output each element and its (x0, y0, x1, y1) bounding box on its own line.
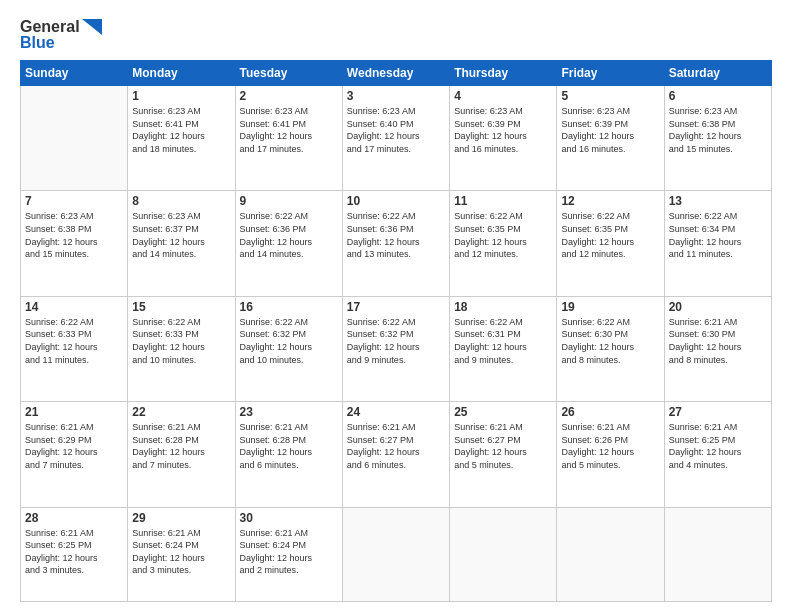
day-info: Sunrise: 6:21 AM Sunset: 6:30 PM Dayligh… (669, 316, 767, 366)
logo-arrow-icon (82, 19, 102, 35)
day-info: Sunrise: 6:22 AM Sunset: 6:30 PM Dayligh… (561, 316, 659, 366)
day-number: 17 (347, 300, 445, 314)
day-number: 10 (347, 194, 445, 208)
day-number: 12 (561, 194, 659, 208)
logo: General Blue (20, 18, 102, 52)
day-header-saturday: Saturday (664, 61, 771, 86)
day-number: 6 (669, 89, 767, 103)
calendar-cell (342, 507, 449, 601)
calendar-cell: 28Sunrise: 6:21 AM Sunset: 6:25 PM Dayli… (21, 507, 128, 601)
day-info: Sunrise: 6:21 AM Sunset: 6:29 PM Dayligh… (25, 421, 123, 471)
calendar-cell: 9Sunrise: 6:22 AM Sunset: 6:36 PM Daylig… (235, 191, 342, 296)
day-info: Sunrise: 6:21 AM Sunset: 6:28 PM Dayligh… (240, 421, 338, 471)
day-info: Sunrise: 6:22 AM Sunset: 6:31 PM Dayligh… (454, 316, 552, 366)
calendar-cell: 3Sunrise: 6:23 AM Sunset: 6:40 PM Daylig… (342, 86, 449, 191)
day-number: 11 (454, 194, 552, 208)
calendar-cell: 16Sunrise: 6:22 AM Sunset: 6:32 PM Dayli… (235, 296, 342, 401)
calendar-cell (664, 507, 771, 601)
calendar-cell: 27Sunrise: 6:21 AM Sunset: 6:25 PM Dayli… (664, 402, 771, 507)
calendar-cell: 24Sunrise: 6:21 AM Sunset: 6:27 PM Dayli… (342, 402, 449, 507)
day-info: Sunrise: 6:23 AM Sunset: 6:41 PM Dayligh… (132, 105, 230, 155)
calendar-cell: 4Sunrise: 6:23 AM Sunset: 6:39 PM Daylig… (450, 86, 557, 191)
day-info: Sunrise: 6:23 AM Sunset: 6:40 PM Dayligh… (347, 105, 445, 155)
day-number: 8 (132, 194, 230, 208)
calendar-cell (450, 507, 557, 601)
calendar-cell: 17Sunrise: 6:22 AM Sunset: 6:32 PM Dayli… (342, 296, 449, 401)
calendar-cell: 8Sunrise: 6:23 AM Sunset: 6:37 PM Daylig… (128, 191, 235, 296)
calendar-cell: 7Sunrise: 6:23 AM Sunset: 6:38 PM Daylig… (21, 191, 128, 296)
day-info: Sunrise: 6:22 AM Sunset: 6:36 PM Dayligh… (347, 210, 445, 260)
day-info: Sunrise: 6:22 AM Sunset: 6:33 PM Dayligh… (132, 316, 230, 366)
calendar-cell (21, 86, 128, 191)
day-number: 3 (347, 89, 445, 103)
day-number: 15 (132, 300, 230, 314)
calendar-cell: 20Sunrise: 6:21 AM Sunset: 6:30 PM Dayli… (664, 296, 771, 401)
day-info: Sunrise: 6:23 AM Sunset: 6:41 PM Dayligh… (240, 105, 338, 155)
day-number: 7 (25, 194, 123, 208)
day-info: Sunrise: 6:21 AM Sunset: 6:27 PM Dayligh… (347, 421, 445, 471)
day-info: Sunrise: 6:23 AM Sunset: 6:39 PM Dayligh… (454, 105, 552, 155)
calendar-table: SundayMondayTuesdayWednesdayThursdayFrid… (20, 60, 772, 602)
calendar-cell: 1Sunrise: 6:23 AM Sunset: 6:41 PM Daylig… (128, 86, 235, 191)
calendar-cell: 11Sunrise: 6:22 AM Sunset: 6:35 PM Dayli… (450, 191, 557, 296)
day-header-wednesday: Wednesday (342, 61, 449, 86)
day-info: Sunrise: 6:23 AM Sunset: 6:38 PM Dayligh… (25, 210, 123, 260)
day-header-friday: Friday (557, 61, 664, 86)
calendar-cell: 18Sunrise: 6:22 AM Sunset: 6:31 PM Dayli… (450, 296, 557, 401)
day-info: Sunrise: 6:21 AM Sunset: 6:28 PM Dayligh… (132, 421, 230, 471)
day-header-monday: Monday (128, 61, 235, 86)
day-info: Sunrise: 6:23 AM Sunset: 6:37 PM Dayligh… (132, 210, 230, 260)
day-info: Sunrise: 6:21 AM Sunset: 6:25 PM Dayligh… (25, 527, 123, 577)
day-number: 14 (25, 300, 123, 314)
day-number: 5 (561, 89, 659, 103)
svg-marker-0 (82, 19, 102, 35)
day-number: 26 (561, 405, 659, 419)
day-number: 4 (454, 89, 552, 103)
day-info: Sunrise: 6:22 AM Sunset: 6:34 PM Dayligh… (669, 210, 767, 260)
day-header-tuesday: Tuesday (235, 61, 342, 86)
logo-blue: Blue (20, 34, 55, 52)
calendar-cell: 25Sunrise: 6:21 AM Sunset: 6:27 PM Dayli… (450, 402, 557, 507)
calendar-cell (557, 507, 664, 601)
calendar-cell: 15Sunrise: 6:22 AM Sunset: 6:33 PM Dayli… (128, 296, 235, 401)
day-info: Sunrise: 6:21 AM Sunset: 6:24 PM Dayligh… (240, 527, 338, 577)
day-number: 20 (669, 300, 767, 314)
day-number: 1 (132, 89, 230, 103)
day-info: Sunrise: 6:23 AM Sunset: 6:38 PM Dayligh… (669, 105, 767, 155)
calendar-cell: 19Sunrise: 6:22 AM Sunset: 6:30 PM Dayli… (557, 296, 664, 401)
calendar-cell: 21Sunrise: 6:21 AM Sunset: 6:29 PM Dayli… (21, 402, 128, 507)
calendar-cell: 2Sunrise: 6:23 AM Sunset: 6:41 PM Daylig… (235, 86, 342, 191)
calendar-cell: 13Sunrise: 6:22 AM Sunset: 6:34 PM Dayli… (664, 191, 771, 296)
day-info: Sunrise: 6:21 AM Sunset: 6:27 PM Dayligh… (454, 421, 552, 471)
day-info: Sunrise: 6:22 AM Sunset: 6:35 PM Dayligh… (454, 210, 552, 260)
calendar-cell: 6Sunrise: 6:23 AM Sunset: 6:38 PM Daylig… (664, 86, 771, 191)
day-number: 18 (454, 300, 552, 314)
day-number: 23 (240, 405, 338, 419)
calendar-cell: 14Sunrise: 6:22 AM Sunset: 6:33 PM Dayli… (21, 296, 128, 401)
day-header-thursday: Thursday (450, 61, 557, 86)
day-info: Sunrise: 6:22 AM Sunset: 6:36 PM Dayligh… (240, 210, 338, 260)
day-number: 24 (347, 405, 445, 419)
day-info: Sunrise: 6:23 AM Sunset: 6:39 PM Dayligh… (561, 105, 659, 155)
day-header-sunday: Sunday (21, 61, 128, 86)
calendar-cell: 23Sunrise: 6:21 AM Sunset: 6:28 PM Dayli… (235, 402, 342, 507)
day-info: Sunrise: 6:22 AM Sunset: 6:32 PM Dayligh… (347, 316, 445, 366)
day-number: 9 (240, 194, 338, 208)
calendar-cell: 12Sunrise: 6:22 AM Sunset: 6:35 PM Dayli… (557, 191, 664, 296)
calendar-cell: 29Sunrise: 6:21 AM Sunset: 6:24 PM Dayli… (128, 507, 235, 601)
calendar-cell: 10Sunrise: 6:22 AM Sunset: 6:36 PM Dayli… (342, 191, 449, 296)
day-info: Sunrise: 6:21 AM Sunset: 6:25 PM Dayligh… (669, 421, 767, 471)
day-number: 19 (561, 300, 659, 314)
day-number: 2 (240, 89, 338, 103)
day-number: 16 (240, 300, 338, 314)
day-info: Sunrise: 6:22 AM Sunset: 6:35 PM Dayligh… (561, 210, 659, 260)
calendar-cell: 5Sunrise: 6:23 AM Sunset: 6:39 PM Daylig… (557, 86, 664, 191)
day-info: Sunrise: 6:22 AM Sunset: 6:33 PM Dayligh… (25, 316, 123, 366)
calendar-cell: 26Sunrise: 6:21 AM Sunset: 6:26 PM Dayli… (557, 402, 664, 507)
day-info: Sunrise: 6:21 AM Sunset: 6:26 PM Dayligh… (561, 421, 659, 471)
calendar-cell: 22Sunrise: 6:21 AM Sunset: 6:28 PM Dayli… (128, 402, 235, 507)
day-number: 25 (454, 405, 552, 419)
calendar-cell: 30Sunrise: 6:21 AM Sunset: 6:24 PM Dayli… (235, 507, 342, 601)
day-number: 30 (240, 511, 338, 525)
day-number: 29 (132, 511, 230, 525)
